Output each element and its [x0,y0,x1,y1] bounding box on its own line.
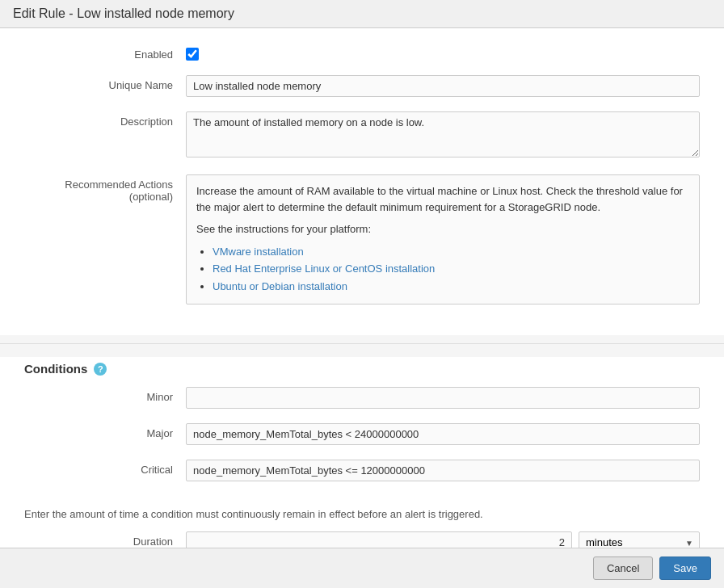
recommended-actions-text1: Increase the amount of RAM available to … [196,183,689,215]
recommended-actions-control: Increase the amount of RAM available to … [186,174,700,304]
major-control [186,423,700,445]
description-textarea[interactable]: The amount of installed memory on a node… [186,111,700,158]
save-button[interactable]: Save [659,556,711,580]
description-label: Description [24,111,186,128]
recommended-actions-text2: See the instructions for your platform: [196,221,689,237]
help-icon[interactable]: ? [94,363,107,376]
duration-info-text: Enter the amount of time a condition mus… [24,508,700,520]
duration-label: Duration [24,531,186,548]
unique-name-control [186,75,700,97]
minor-row: Minor [24,387,700,409]
description-row: Description The amount of installed memo… [24,111,700,160]
redhat-link[interactable]: Red Hat Enterprise Linux or CentOS insta… [213,262,435,275]
recommended-actions-label: Recommended Actions (optional) [24,174,186,203]
major-label: Major [24,423,186,439]
critical-control [186,460,700,481]
recommended-actions-links: VMware installation Red Hat Enterprise L… [196,244,689,295]
minor-label: Minor [24,387,186,403]
critical-row: Critical [24,460,700,481]
conditions-section: Conditions ? Minor Major Critical Enter … [0,357,724,576]
minor-input[interactable] [186,387,700,409]
footer-bar: Cancel Save [0,548,724,588]
unique-name-label: Unique Name [24,75,186,91]
enabled-label: Enabled [24,44,186,61]
recommended-actions-row: Recommended Actions (optional) Increase … [24,174,700,304]
conditions-header: Conditions ? [24,357,700,376]
list-item: VMware installation [213,244,689,260]
enabled-row: Enabled [24,44,700,61]
list-item: Ubuntu or Debian installation [213,279,689,295]
major-row: Major [24,423,700,445]
enabled-control [186,44,700,61]
critical-input[interactable] [186,460,700,481]
major-input[interactable] [186,423,700,445]
page-title: Edit Rule - Low installed node memory [13,6,234,20]
unique-name-row: Unique Name [24,75,700,97]
description-control: The amount of installed memory on a node… [186,111,700,160]
vmware-link[interactable]: VMware installation [213,246,304,258]
critical-label: Critical [24,460,186,476]
unique-name-input[interactable] [186,75,700,97]
page-header: Edit Rule - Low installed node memory [0,0,724,28]
recommended-actions-box: Increase the amount of RAM available to … [186,174,700,304]
ubuntu-link[interactable]: Ubuntu or Debian installation [213,280,347,292]
enabled-checkbox[interactable] [186,48,199,61]
cancel-button[interactable]: Cancel [593,556,653,580]
minor-control [186,387,700,409]
conditions-title: Conditions [24,362,87,376]
list-item: Red Hat Enterprise Linux or CentOS insta… [213,261,689,277]
